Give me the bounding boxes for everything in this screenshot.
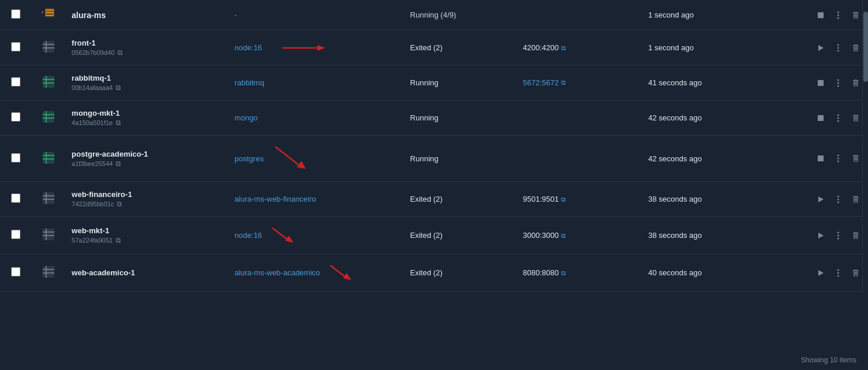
row-stop-button[interactable] <box>814 112 827 125</box>
copy-icon[interactable]: ⧉ <box>117 200 122 208</box>
row-delete-button[interactable] <box>849 193 862 206</box>
row-stop-button[interactable] <box>814 77 827 89</box>
row-play-button[interactable] <box>814 42 827 54</box>
row-checkbox[interactable] <box>11 153 20 162</box>
row-icon-cell <box>32 182 66 217</box>
container-name: web-financeiro-1 <box>72 190 223 199</box>
row-delete-button[interactable] <box>849 42 862 54</box>
row-delete-button[interactable] <box>849 229 862 242</box>
svg-point-27 <box>838 82 839 84</box>
table-row: rabbitmq-1 00b14afaaaa4 ⧉ rabbitmq Runni… <box>0 65 868 101</box>
red-arrow-diagonal-2 <box>268 225 297 245</box>
row-more-button[interactable] <box>832 42 845 54</box>
group-checkbox[interactable] <box>11 9 20 19</box>
row-play-button[interactable] <box>814 267 827 279</box>
row-image-cell[interactable]: rabbitmq <box>229 65 404 101</box>
row-checkbox[interactable] <box>11 112 20 122</box>
row-image-cell[interactable]: alura-ms-web-academico <box>229 254 404 292</box>
row-stop-button[interactable] <box>814 152 827 165</box>
row-delete-button[interactable] <box>849 152 862 165</box>
row-delete-button[interactable] <box>849 77 862 89</box>
svg-point-34 <box>838 114 839 116</box>
row-play-button[interactable] <box>814 229 827 242</box>
scrollbar-thumb[interactable] <box>863 12 868 82</box>
external-link-icon[interactable]: ⧉ <box>561 196 566 203</box>
group-stop-button[interactable] <box>814 9 827 22</box>
external-link-icon[interactable]: ⧉ <box>561 44 566 51</box>
image-link[interactable]: node:16 <box>234 43 262 52</box>
group-dash: - <box>234 11 237 19</box>
row-image-cell[interactable]: mongo <box>229 101 404 136</box>
image-link[interactable]: rabbitmq <box>234 78 264 87</box>
row-more-button[interactable] <box>832 77 845 89</box>
row-image-cell[interactable]: postgres <box>229 136 404 182</box>
row-checkbox[interactable] <box>11 42 20 51</box>
port-link[interactable]: 5672:5672 ⧉ <box>523 78 637 87</box>
image-link[interactable]: postgres <box>234 154 264 163</box>
row-port-cell[interactable]: 5672:5672 ⧉ <box>517 65 642 101</box>
row-checkbox[interactable] <box>11 193 20 203</box>
row-action-buttons <box>773 267 862 279</box>
status-text: Running <box>410 78 438 87</box>
row-image-cell[interactable]: node:16 <box>229 217 404 254</box>
row-icon-cell <box>32 30 66 65</box>
row-checkbox-cell[interactable] <box>0 136 32 182</box>
row-more-button[interactable] <box>832 229 845 242</box>
row-more-button[interactable] <box>832 267 845 279</box>
row-image-cell[interactable]: alura-ms-web-financeiro <box>229 182 404 217</box>
port-text: 9501:9501 <box>523 195 561 203</box>
more-icon <box>834 231 842 240</box>
group-icon-cell: › <box>32 0 66 30</box>
row-image-cell[interactable]: node:16 <box>229 30 404 65</box>
svg-marker-16 <box>317 45 325 51</box>
row-checkbox-cell[interactable] <box>0 30 32 65</box>
row-icon-cell <box>32 136 66 182</box>
scrollbar[interactable] <box>862 0 868 292</box>
row-checkbox-cell[interactable] <box>0 65 32 101</box>
row-more-button[interactable] <box>832 193 845 206</box>
row-checkbox[interactable] <box>11 77 20 87</box>
trash-icon <box>852 114 860 122</box>
row-name-cell: web-financeiro-1 7422d95bb01c ⧉ <box>66 182 229 217</box>
row-actions-cell <box>767 182 868 217</box>
row-delete-button[interactable] <box>849 267 862 279</box>
copy-icon[interactable]: ⧉ <box>116 119 121 127</box>
row-checkbox-cell[interactable] <box>0 182 32 217</box>
play-icon <box>817 44 825 52</box>
row-checkbox-cell[interactable] <box>0 101 32 136</box>
row-actions-cell <box>767 254 868 292</box>
copy-icon[interactable]: ⧉ <box>116 236 121 244</box>
row-more-button[interactable] <box>832 152 845 165</box>
row-checkbox[interactable] <box>11 230 20 239</box>
row-delete-button[interactable] <box>849 112 862 125</box>
group-actions-cell <box>767 0 868 30</box>
svg-marker-61 <box>818 233 824 238</box>
trash-icon <box>852 231 860 240</box>
stop-icon <box>817 114 825 122</box>
svg-point-18 <box>838 44 839 46</box>
copy-icon[interactable]: ⧉ <box>117 49 123 57</box>
trash-icon <box>852 154 860 162</box>
copy-icon[interactable]: ⧉ <box>116 160 121 168</box>
row-checkbox[interactable] <box>11 267 20 276</box>
image-link[interactable]: alura-ms-web-academico <box>234 268 320 277</box>
group-delete-button[interactable] <box>849 9 862 22</box>
row-icon-cell <box>32 254 66 292</box>
svg-marker-17 <box>818 45 824 51</box>
group-checkbox-cell[interactable] <box>0 0 32 30</box>
image-link[interactable]: alura-ms-web-financeiro <box>234 195 316 203</box>
external-link-icon[interactable]: ⧉ <box>561 269 566 276</box>
image-link[interactable]: mongo <box>234 113 258 122</box>
group-more-button[interactable] <box>832 9 845 22</box>
row-more-button[interactable] <box>832 112 845 125</box>
row-play-button[interactable] <box>814 193 827 206</box>
time-text: 41 seconds ago <box>648 78 702 87</box>
copy-icon[interactable]: ⧉ <box>116 84 121 92</box>
row-checkbox-cell[interactable] <box>0 254 32 292</box>
row-checkbox-cell[interactable] <box>0 217 32 254</box>
external-link-icon[interactable]: ⧉ <box>561 232 566 239</box>
svg-point-54 <box>838 201 839 203</box>
svg-rect-65 <box>43 266 54 278</box>
svg-point-64 <box>838 237 839 239</box>
image-link[interactable]: node:16 <box>234 231 262 240</box>
